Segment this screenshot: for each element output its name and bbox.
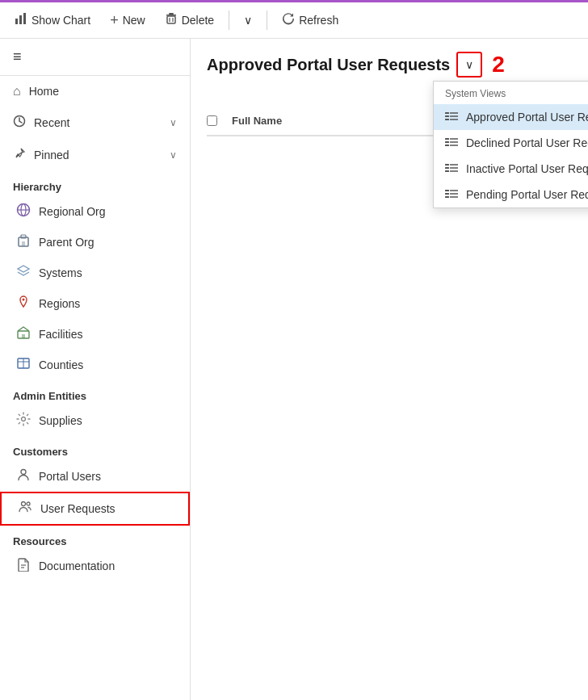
dropdown-item-declined[interactable]: Declined Portal User Requests: [434, 130, 588, 156]
plus-icon: +: [110, 12, 119, 29]
regional-org-label: Regional Org: [39, 205, 106, 218]
svg-rect-33: [445, 119, 449, 120]
globe-icon: [16, 203, 31, 220]
dropdown-item-pending-label: Pending Portal User Requests: [466, 188, 588, 201]
dropdown-item-inactive[interactable]: Inactive Portal User Requests: [434, 156, 588, 182]
main-layout: ≡ ⌂ Home Recent ∨ Pinned ∨ Hierarchy: [0, 39, 588, 700]
building-icon: [16, 233, 31, 251]
sidebar-item-systems[interactable]: Systems: [0, 258, 190, 288]
gear-icon: [16, 412, 31, 430]
facilities-label: Facilities: [39, 328, 82, 341]
svg-point-25: [22, 502, 26, 506]
home-icon: ⌂: [13, 84, 21, 99]
svg-rect-39: [445, 145, 449, 146]
page-title: Approved Portal User Requests: [207, 56, 450, 74]
svg-point-24: [21, 470, 26, 475]
svg-rect-47: [445, 190, 449, 191]
view-icon-inactive: [445, 163, 458, 175]
step-2-badge: 2: [492, 52, 505, 78]
dropdown-item-inactive-label: Inactive Portal User Requests: [466, 162, 588, 175]
recent-chevron-icon: ∨: [170, 117, 177, 128]
svg-rect-49: [445, 193, 449, 195]
sidebar-item-home[interactable]: ⌂ Home: [0, 76, 190, 107]
doc-icon: [16, 557, 31, 575]
svg-rect-31: [445, 115, 449, 117]
dropdown-item-approved[interactable]: Approved Portal User Requests: [434, 104, 588, 130]
resources-section-header: Resources: [0, 526, 190, 551]
documentation-label: Documentation: [39, 560, 115, 572]
dropdown-chevron-icon: ∨: [465, 58, 473, 71]
sidebar-item-documentation[interactable]: Documentation: [0, 551, 190, 581]
svg-rect-29: [445, 112, 449, 114]
delete-button[interactable]: Delete: [157, 7, 222, 33]
view-dropdown-button[interactable]: ∨: [456, 52, 482, 78]
svg-rect-37: [445, 141, 449, 143]
svg-rect-2: [23, 13, 26, 24]
view-icon-pending: [445, 189, 458, 201]
parent-org-label: Parent Org: [39, 236, 94, 249]
svg-rect-0: [15, 19, 18, 24]
regions-label: Regions: [39, 297, 80, 310]
toolbar-divider-2: [267, 10, 267, 30]
layers-icon: [16, 264, 31, 282]
facilities-icon: [16, 325, 31, 343]
show-chart-button[interactable]: Show Chart: [6, 7, 99, 33]
county-icon: [16, 356, 31, 374]
svg-point-23: [22, 417, 26, 421]
dropdown-arrow-button[interactable]: ∨: [236, 9, 260, 31]
svg-rect-5: [167, 16, 175, 23]
svg-rect-41: [445, 164, 449, 166]
svg-rect-45: [445, 170, 449, 172]
pinned-icon: [13, 147, 26, 163]
dropdown-item-pending[interactable]: Pending Portal User Requests: [434, 182, 588, 207]
hamburger-icon[interactable]: ≡: [13, 48, 22, 65]
refresh-button[interactable]: Refresh: [274, 7, 346, 33]
svg-marker-16: [18, 266, 29, 272]
new-label: New: [123, 14, 145, 27]
new-button[interactable]: + New: [102, 7, 153, 34]
svg-rect-3: [169, 13, 174, 15]
svg-rect-35: [445, 138, 449, 140]
sidebar-item-supplies[interactable]: Supplies: [0, 405, 190, 436]
user-requests-label: User Requests: [40, 502, 116, 515]
view-icon-declined: [445, 137, 458, 149]
sidebar-item-counties[interactable]: Counties: [0, 350, 190, 380]
sidebar: ≡ ⌂ Home Recent ∨ Pinned ∨ Hierarchy: [0, 39, 191, 700]
sidebar-item-recent[interactable]: Recent ∨: [0, 107, 190, 139]
sidebar-top: ≡: [0, 39, 190, 76]
select-all-checkbox[interactable]: [207, 115, 217, 126]
delete-label: Delete: [182, 14, 214, 27]
refresh-icon: [282, 12, 295, 28]
dropdown-item-approved-label: Approved Portal User Requests: [466, 111, 588, 124]
svg-point-26: [27, 502, 30, 505]
portal-users-label: Portal Users: [39, 470, 101, 483]
sidebar-home-label: Home: [29, 85, 59, 98]
customers-section-header: Customers: [0, 436, 190, 461]
svg-rect-51: [445, 196, 449, 198]
dropdown-item-declined-label: Declined Portal User Requests: [466, 136, 588, 149]
sidebar-item-regions[interactable]: Regions: [0, 288, 190, 319]
hierarchy-section-header: Hierarchy: [0, 171, 190, 196]
svg-rect-19: [22, 334, 25, 338]
map-pin-icon: [16, 295, 31, 312]
view-icon-approved: [445, 111, 458, 124]
counties-label: Counties: [39, 358, 83, 371]
sidebar-item-pinned[interactable]: Pinned ∨: [0, 139, 190, 171]
sidebar-item-parent-org[interactable]: Parent Org: [0, 227, 190, 258]
sidebar-item-facilities[interactable]: Facilities: [0, 319, 190, 350]
chevron-down-icon: ∨: [244, 14, 252, 27]
chart-icon: [15, 12, 27, 28]
pinned-chevron-icon: ∨: [170, 149, 177, 161]
sidebar-item-regional-org[interactable]: Regional Org: [0, 196, 190, 227]
show-chart-label: Show Chart: [32, 14, 90, 27]
sidebar-recent-label: Recent: [34, 116, 69, 129]
person-icon: [16, 467, 31, 485]
supplies-label: Supplies: [39, 414, 82, 427]
sidebar-item-portal-users[interactable]: Portal Users: [0, 461, 190, 492]
toolbar: Show Chart + New Delete ∨ Refresh: [0, 0, 588, 39]
trash-icon: [165, 12, 178, 28]
admin-entities-section-header: Admin Entities: [0, 380, 190, 405]
content-area: Approved Portal User Requests ∨ 2 System…: [191, 39, 588, 700]
sidebar-item-user-requests[interactable]: User Requests 1: [0, 492, 190, 526]
systems-label: Systems: [39, 266, 82, 279]
